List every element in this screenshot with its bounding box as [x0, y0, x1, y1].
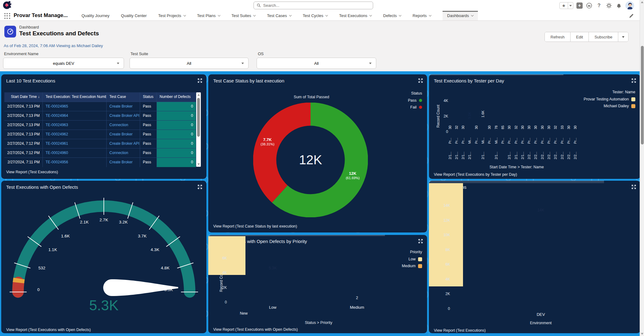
gauge-tick-label: 1.1K — [48, 247, 57, 252]
bar-value-label: 30 — [487, 126, 491, 129]
start-date-cell: 2/27/2024, 7:12 PM — [4, 139, 43, 148]
test-execution-link[interactable]: TE-00024964 — [46, 113, 68, 118]
test-case-link[interactable]: Create Broker — [109, 160, 133, 164]
test-execution-link[interactable]: TE-00024960 — [46, 151, 68, 155]
gauge-tick-label: 5.3K — [164, 287, 173, 292]
edit-button[interactable]: Edit — [570, 32, 589, 42]
filter-environment-value: equals DEV — [53, 61, 74, 66]
bar-value-label: 32 — [514, 126, 518, 129]
bar-value-label: 30 — [461, 126, 465, 129]
setup-gear-icon[interactable] — [606, 2, 612, 9]
defects-cell: 0 — [157, 148, 196, 158]
view-report-link[interactable]: View Report (Test Executions) — [434, 328, 486, 333]
search-input[interactable] — [263, 3, 370, 8]
test-case-link[interactable]: Create Broker — [109, 132, 133, 136]
test-execution-link[interactable]: TE-00024956 — [46, 160, 68, 164]
help-icon[interactable]: ? — [596, 2, 602, 9]
status-cell: Pass — [140, 158, 157, 167]
bar-value-label: 85 — [501, 126, 505, 129]
legend-item-pass[interactable]: Pass — [408, 98, 422, 103]
page-scrollbar-thumb[interactable] — [641, 46, 644, 144]
scroll-down-icon[interactable] — [641, 333, 643, 335]
test-case-link[interactable]: Create Broker API — [109, 113, 139, 118]
y-tick-label: 10K — [437, 233, 450, 237]
donut-legend: Status Pass Fail — [408, 91, 422, 112]
nav-tab-test-cycles[interactable]: Test Cycles — [303, 11, 328, 20]
trailhead-icon[interactable] — [586, 2, 593, 9]
nav-tab-test-suites[interactable]: Test Suites — [232, 11, 256, 20]
chevron-down-icon — [218, 14, 220, 16]
gauge-tick-label: 1.6K — [61, 234, 70, 238]
chevron-down-icon — [429, 14, 431, 16]
subscribe-button[interactable]: Subscribe — [589, 32, 618, 42]
app-launcher-icon[interactable] — [4, 13, 10, 19]
widget-title: Last 10 Test Executions — [6, 78, 55, 83]
more-actions-dropdown[interactable] — [618, 32, 628, 42]
view-report-link[interactable]: View Report (Test Case Status by last ex… — [213, 224, 297, 228]
scroll-down-icon[interactable] — [197, 163, 200, 165]
view-report-link[interactable]: View Report (Test Executions by Tester p… — [434, 172, 517, 177]
table-row: 2/27/2024, 7:12 PMTE-00024961Create Brok… — [4, 139, 196, 148]
global-search[interactable] — [254, 2, 373, 9]
nav-tab-test-executions[interactable]: Test Executions — [339, 11, 372, 20]
donut-total: 12K — [299, 153, 322, 167]
test-execution-link[interactable]: TE-00024962 — [46, 132, 68, 136]
bar-value-label: 30 — [547, 126, 551, 129]
status-cell: Pass — [140, 139, 157, 148]
defects-cell: 0 — [157, 121, 196, 130]
page-scrollbar[interactable] — [640, 0, 644, 336]
x-tick-tester: Pr... — [573, 138, 577, 144]
refresh-button[interactable]: Refresh — [545, 32, 570, 42]
priority-bar-chart: 02K4K6K5.3KLow2Medium — [208, 235, 427, 333]
test-case-link[interactable]: Create Broker API — [109, 141, 139, 146]
nav-tab-test-projects[interactable]: Test Projects — [158, 11, 185, 20]
test-execution-link[interactable]: TE-00024965 — [46, 104, 68, 108]
favorites-dropdown-icon[interactable] — [568, 2, 573, 9]
y-tick-label: 12K — [437, 218, 450, 223]
global-actions-icon[interactable]: + — [576, 2, 583, 9]
view-report-link[interactable]: View Report (Test Executions with Open D… — [213, 327, 298, 332]
nav-tab-reports[interactable]: Reports — [412, 11, 431, 20]
y-tick-label: 0 — [434, 130, 448, 134]
y-tick-label: 8K — [437, 248, 450, 252]
filter-os-select[interactable]: All — [257, 58, 376, 69]
test-case-link[interactable]: Connection — [109, 123, 128, 127]
bar[interactable] — [208, 236, 245, 275]
test-execution-link[interactable]: TE-00024963 — [46, 123, 68, 127]
view-report-link[interactable]: View Report (Test Executions with Open D… — [6, 328, 91, 332]
scroll-up-icon[interactable] — [641, 1, 643, 3]
filter-test-suite-select[interactable]: All — [130, 58, 249, 69]
favorites-star-icon[interactable]: ★ — [560, 2, 568, 9]
x-tick-tester: Pr... — [521, 138, 524, 144]
nav-tab-quality-center[interactable]: Quality Center — [121, 11, 147, 20]
tester-bar-chart: 02K4K30Pr...2/1...32Pr...2/1...30Pr...2/… — [429, 74, 640, 179]
widget-open-defects-by-priority: Test Executions with Open Defects by Pri… — [208, 235, 427, 333]
defects-cell: 0 — [157, 111, 196, 121]
x-tick-date: 2/2... — [547, 152, 551, 159]
edit-nav-pencil-icon[interactable] — [629, 13, 634, 19]
nav-tab-test-cases[interactable]: Test Cases — [267, 11, 291, 20]
group-label-new: New — [240, 311, 248, 316]
scroll-up-icon[interactable] — [197, 94, 200, 96]
nav-tab-quality-journey[interactable]: Quality Journey — [82, 11, 109, 20]
test-execution-link[interactable]: TE-00024961 — [46, 141, 68, 146]
x-tick-date: 2/1... — [514, 152, 518, 159]
table-scrollbar-thumb[interactable] — [197, 98, 200, 137]
test-case-link[interactable]: Create Broker — [109, 104, 133, 108]
y-tick-label: 2K — [214, 285, 227, 290]
expand-icon[interactable] — [418, 78, 423, 83]
table-scrollbar[interactable] — [196, 92, 201, 167]
nav-tab-defects[interactable]: Defects — [383, 11, 401, 20]
view-report-link[interactable]: View Report (Test Executions) — [6, 170, 58, 174]
expand-icon[interactable] — [198, 78, 202, 83]
defects-cell: 0 — [157, 158, 196, 167]
notifications-bell-icon[interactable] — [615, 2, 622, 9]
test-case-link[interactable]: Connection — [109, 151, 128, 155]
gauge-tick-label: 3.7K — [138, 234, 147, 238]
nav-tab-dashboards[interactable]: Dashboards — [443, 11, 478, 20]
legend-item-fail[interactable]: Fail — [408, 105, 422, 109]
filter-environment-select[interactable]: equals DEV — [3, 58, 124, 69]
x-label-separator — [429, 102, 429, 129]
user-avatar[interactable] — [625, 1, 634, 10]
nav-tab-test-plans[interactable]: Test Plans — [197, 11, 220, 20]
